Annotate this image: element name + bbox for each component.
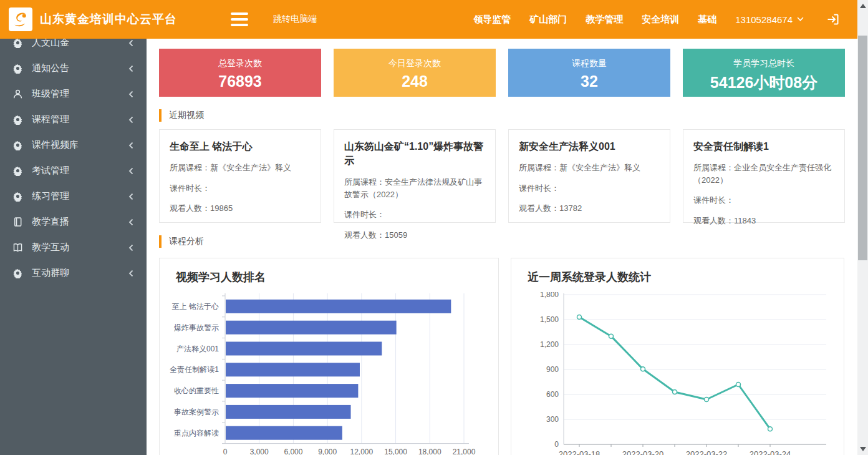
svg-text:900: 900 (546, 365, 559, 374)
video-viewers: 观看人数：15059 (344, 229, 485, 242)
video-card[interactable]: 安全责任制解读1 所属课程：企业全员安全生产责任强化（2022） 课件时长： 观… (683, 129, 845, 223)
sidebar-item-label: 人文山金 (32, 39, 69, 49)
chevron-left-icon (128, 244, 134, 252)
video-title: 安全责任制解读1 (693, 139, 834, 154)
chevron-left-icon (128, 193, 134, 200)
header: 山东黄金培训中心云平台 跳转电脑端 领导监管 矿山部门 教学管理 安全培训 基础… (0, 0, 857, 39)
user-account-dropdown[interactable]: 13105284674 (735, 14, 804, 25)
video-viewers: 观看人数：11843 (693, 215, 834, 227)
chevron-left-icon (128, 218, 134, 226)
page-title: 山东黄金培训中心云平台 (40, 11, 177, 27)
video-duration: 课件时长： (519, 182, 660, 195)
svg-text:2022-03-20: 2022-03-20 (622, 449, 664, 455)
stats-row: 总登录次数 76893 今日登录次数 248 课程数量 32 学员学习总时长 5… (159, 49, 857, 97)
bar-chart-title: 视频学习人数排名 (160, 258, 498, 285)
sidebar-item-teaching-interaction[interactable]: 教学互动 (0, 235, 147, 260)
sidebar-item-group-chat[interactable]: 互动群聊 (0, 260, 147, 286)
sidebar-item-renwen-shanjin[interactable]: 人文山金 (0, 39, 147, 56)
video-title: 生命至上 铭法于心 (170, 139, 311, 154)
sidebar-item-course-management[interactable]: 课程管理 (0, 107, 147, 132)
svg-text:2022-03-18: 2022-03-18 (559, 449, 600, 455)
nav-leader-supervision[interactable]: 领导监管 (473, 14, 511, 26)
line-chart-title: 近一周系统登录人数统计 (511, 258, 844, 285)
gear-icon (12, 139, 24, 151)
app-root: 山东黄金培训中心云平台 跳转电脑端 领导监管 矿山部门 教学管理 安全培训 基础… (0, 0, 868, 455)
main-content: 总登录次数 76893 今日登录次数 248 课程数量 32 学员学习总时长 5… (147, 39, 857, 455)
video-viewers: 观看人数：13782 (519, 202, 660, 215)
svg-text:收心的重要性: 收心的重要性 (174, 386, 219, 395)
chevron-left-icon (128, 116, 134, 124)
scrollbar-thumb[interactable] (858, 36, 867, 260)
svg-text:15,000: 15,000 (384, 448, 407, 455)
shandong-gold-logo-icon (11, 10, 30, 29)
sidebar-item-label: 班级管理 (32, 88, 69, 100)
nav-basic[interactable]: 基础 (698, 14, 716, 26)
sidebar-item-label: 通知公告 (32, 62, 69, 74)
video-viewers: 观看人数：19865 (170, 202, 311, 215)
svg-text:1,800: 1,800 (540, 292, 559, 299)
svg-text:9,000: 9,000 (318, 448, 337, 455)
svg-text:300: 300 (546, 415, 559, 424)
sidebar-item-live-teaching[interactable]: 教学直播 (0, 209, 147, 235)
video-course: 所属课程：安全生产法律法规及矿山事故警示（2022） (344, 176, 485, 200)
line-chart-canvas: 03006009001,2001,5001,8002022-03-182022-… (521, 292, 836, 455)
section-recent-videos: 近期视频 (159, 109, 857, 122)
gear-icon (12, 165, 24, 177)
chevron-left-icon (128, 91, 134, 98)
jump-to-pc-link[interactable]: 跳转电脑端 (273, 14, 317, 25)
stat-label: 学员学习总时长 (683, 58, 845, 69)
gear-icon (12, 39, 24, 49)
stat-label: 今日登录次数 (334, 58, 496, 69)
chevron-left-icon (128, 65, 134, 72)
gear-icon (12, 267, 24, 279)
book-icon (12, 242, 24, 253)
stat-value: 32 (508, 72, 670, 91)
svg-text:6,000: 6,000 (284, 448, 302, 455)
sidebar-item-notices[interactable]: 通知公告 (0, 56, 147, 81)
nav-teaching-management[interactable]: 教学管理 (586, 14, 623, 26)
sidebar-item-label: 课程管理 (32, 114, 69, 125)
page-scrollbar[interactable] (857, 0, 868, 455)
svg-text:18,000: 18,000 (418, 448, 441, 455)
sidebar-item-label: 课件视频库 (32, 139, 79, 151)
video-course: 所属课程：新《安全生产法》释义 (170, 162, 311, 174)
svg-text:1,200: 1,200 (540, 340, 559, 349)
svg-text:12,000: 12,000 (350, 448, 374, 455)
svg-text:产法释义001: 产法释义001 (176, 345, 219, 353)
video-card[interactable]: 生命至上 铭法于心 所属课程：新《安全生产法》释义 课件时长： 观看人数：198… (159, 129, 321, 223)
video-card[interactable]: 新安全生产法释义001 所属课程：新《安全生产法》释义 课件时长： 观看人数：1… (508, 129, 670, 223)
sidebar: 人文山金 通知公告 班级管理 课程管理 课件视频库 (0, 39, 147, 455)
stat-card-total-study-time: 学员学习总时长 54126小时08分 (683, 49, 845, 97)
scroll-down-icon[interactable] (860, 447, 866, 451)
video-card[interactable]: 山东笏山金矿“1.10”爆炸事故警示 所属课程：安全生产法律法规及矿山事故警示（… (334, 129, 496, 223)
gear-icon (12, 114, 24, 125)
nav-mine-department[interactable]: 矿山部门 (529, 14, 567, 26)
svg-text:0: 0 (554, 440, 559, 449)
svg-text:重点内容解读: 重点内容解读 (174, 429, 219, 438)
line-chart-panel: 近一周系统登录人数统计 03006009001,2001,5001,800202… (511, 258, 844, 455)
video-duration: 课件时长： (344, 208, 485, 221)
chevron-left-icon (128, 39, 134, 47)
charts-row: 视频学习人数排名 03,0006,0009,00012,00015,00018,… (159, 258, 857, 455)
svg-text:全责任制解读1: 全责任制解读1 (170, 365, 219, 374)
svg-text:21,000: 21,000 (453, 448, 476, 455)
scroll-up-icon[interactable] (860, 4, 866, 8)
user-icon (12, 88, 24, 100)
bar-chart-panel: 视频学习人数排名 03,0006,0009,00012,00015,00018,… (159, 258, 499, 455)
sidebar-item-class-management[interactable]: 班级管理 (0, 81, 147, 107)
sidebar-item-courseware-library[interactable]: 课件视频库 (0, 132, 147, 158)
sidebar-item-exam-management[interactable]: 考试管理 (0, 158, 147, 183)
gear-icon (12, 62, 24, 74)
video-title: 新安全生产法释义001 (519, 139, 660, 154)
svg-text:爆炸事故警示: 爆炸事故警示 (174, 323, 219, 332)
video-title: 山东笏山金矿“1.10”爆炸事故警示 (344, 139, 485, 168)
chevron-down-icon (797, 17, 804, 22)
nav-safety-training[interactable]: 安全培训 (642, 14, 679, 26)
section-course-analysis: 课程分析 (159, 235, 857, 248)
hamburger-menu-icon[interactable] (231, 9, 248, 29)
logout-button[interactable] (826, 12, 840, 26)
sidebar-item-label: 教学直播 (32, 216, 69, 228)
svg-text:600: 600 (546, 390, 559, 399)
bar-chart-canvas: 03,0006,0009,00012,00015,00018,00021,000… (169, 292, 488, 455)
sidebar-item-practice-management[interactable]: 练习管理 (0, 183, 147, 209)
